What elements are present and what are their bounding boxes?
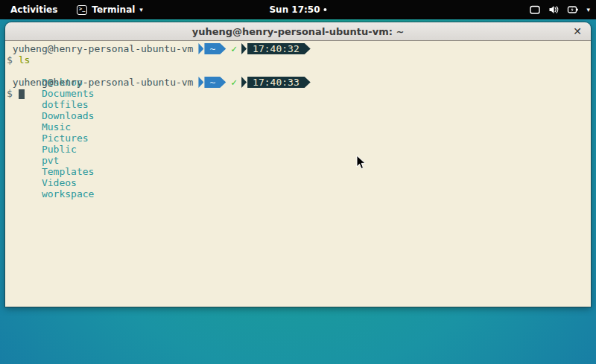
chevron-down-icon: ▾ xyxy=(139,7,143,13)
directory-entry: dotfiles xyxy=(42,99,89,110)
terminal-app-icon: >_ xyxy=(77,5,87,15)
app-menu-label: Terminal xyxy=(92,4,135,15)
terminal-window: yuheng@henry-personal-ubuntu-vm: ~ ✕ yuh… xyxy=(5,22,591,307)
directory-entry: Templates xyxy=(42,166,94,177)
prompt-cwd-segment: ~ xyxy=(204,43,226,54)
clock-label: Sun 17:50 xyxy=(269,4,320,15)
system-tray[interactable]: ▾ xyxy=(529,4,590,15)
window-title: yuheng@henry-personal-ubuntu-vm: ~ xyxy=(192,26,405,37)
terminal-content[interactable]: yuheng@henry-personal-ubuntu-vm ~ ✓ 17:4… xyxy=(5,41,591,307)
prompt-line: yuheng@henry-personal-ubuntu-vm ~ ✓ 17:4… xyxy=(7,77,589,88)
app-menu-terminal[interactable]: >_ Terminal ▾ xyxy=(77,4,143,15)
ls-output-line: Desktop Documents dotfiles Downloads Mus… xyxy=(7,66,589,77)
directory-entry: Videos xyxy=(42,177,77,188)
prompt-cwd-segment: ~ xyxy=(204,77,226,88)
clock-button[interactable]: Sun 17:50 xyxy=(269,4,326,15)
command-line: $ ls xyxy=(7,54,589,66)
powerline-arrow-icon xyxy=(198,43,203,54)
powerline-arrow-icon xyxy=(241,43,247,54)
prompt-time-segment: 17:40:32 xyxy=(247,43,311,54)
top-bar: Activities >_ Terminal ▾ Sun 17:50 ▾ xyxy=(0,0,596,19)
tray-chevron-down-icon: ▾ xyxy=(586,7,590,13)
command-text: ls xyxy=(19,54,31,66)
activities-button[interactable]: Activities xyxy=(10,4,57,15)
directory-entry: Music xyxy=(42,121,71,132)
directory-entry: Public xyxy=(42,144,77,155)
prompt-status-check-icon: ✓ xyxy=(231,43,237,54)
prompt-time-segment: 17:40:33 xyxy=(247,77,311,88)
prompt-status-check-icon: ✓ xyxy=(231,77,237,88)
terminal-cursor xyxy=(19,89,25,99)
prompt-symbol: $ xyxy=(7,88,13,99)
prompt-user-host: yuheng@henry-personal-ubuntu-vm xyxy=(7,77,193,88)
notification-dot xyxy=(324,8,327,11)
directory-entry: workspace xyxy=(42,188,94,199)
powerline-arrow-icon xyxy=(241,77,247,88)
prompt-gap xyxy=(193,43,198,54)
directory-entry: Documents xyxy=(42,88,94,99)
prompt-user-host: yuheng@henry-personal-ubuntu-vm xyxy=(7,43,193,54)
window-titlebar[interactable]: yuheng@henry-personal-ubuntu-vm: ~ ✕ xyxy=(5,22,591,41)
prompt-symbol: $ xyxy=(7,54,13,66)
screen-icon xyxy=(529,4,541,15)
battery-charging-icon xyxy=(567,4,579,15)
powerline-arrow-icon xyxy=(198,77,203,88)
directory-entry: Downloads xyxy=(42,110,94,121)
directory-entry: Pictures xyxy=(42,132,89,144)
volume-icon xyxy=(548,4,559,15)
directory-entry: pvt xyxy=(42,155,59,166)
close-button[interactable]: ✕ xyxy=(573,26,582,36)
prompt-line: yuheng@henry-personal-ubuntu-vm ~ ✓ 17:4… xyxy=(7,43,589,54)
prompt-gap xyxy=(193,77,198,88)
